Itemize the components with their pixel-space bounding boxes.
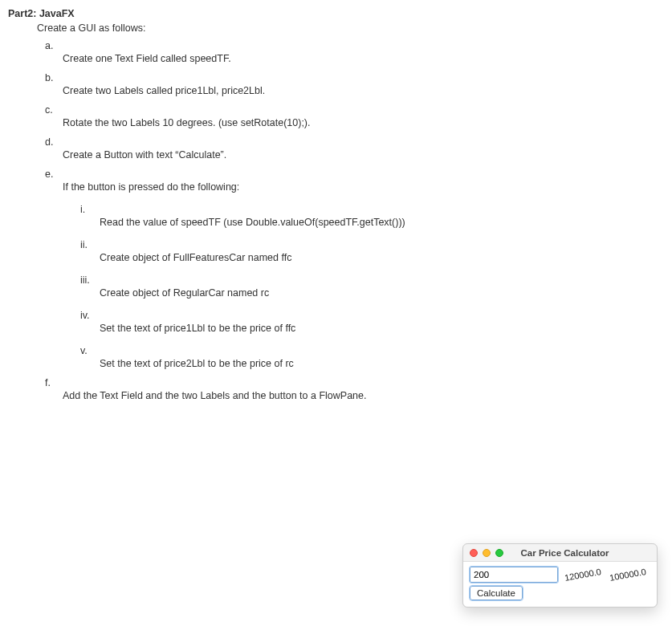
- demo-window: Car Price Calculator 120000.0 100000.0 C…: [462, 543, 658, 608]
- subitem-marker: i.: [80, 204, 664, 215]
- subitem-i: i. Read the value of speedTF (use Double…: [80, 204, 664, 228]
- subitem-body: Create object of FullFeaturesCar named f…: [100, 252, 664, 263]
- item-marker: c.: [45, 104, 664, 116]
- item-marker: f.: [45, 377, 664, 388]
- subitem-marker: ii.: [80, 239, 664, 250]
- item-marker: e.: [45, 169, 664, 180]
- item-d: d. Create a Button with text “Calculate”…: [45, 136, 664, 161]
- subitem-iv: iv. Set the text of price1Lbl to be the …: [80, 310, 664, 334]
- subitem-v: v. Set the text of price2Lbl to be the p…: [80, 345, 664, 369]
- item-body: Rotate the two Labels 10 degrees. (use s…: [63, 117, 664, 128]
- item-marker: d.: [45, 136, 664, 148]
- item-c: c. Rotate the two Labels 10 degrees. (us…: [45, 104, 664, 128]
- speed-input[interactable]: [470, 567, 558, 583]
- subitem-body: Create object of RegularCar named rc: [100, 287, 664, 299]
- window-titlebar: Car Price Calculator: [463, 544, 657, 562]
- item-body: Create one Text Field called speedTF.: [63, 53, 664, 64]
- item-b: b. Create two Labels called price1Lbl, p…: [45, 72, 664, 96]
- subitem-marker: v.: [80, 345, 664, 356]
- item-body: Create two Labels called price1Lbl, pric…: [63, 85, 664, 96]
- item-body: Create a Button with text “Calculate”.: [63, 149, 664, 161]
- subitem-body: Set the text of price1Lbl to be the pric…: [100, 323, 664, 334]
- item-e: e. If the button is pressed do the follo…: [45, 169, 664, 193]
- subitem-body: Set the text of price2Lbl to be the pric…: [100, 358, 664, 369]
- subitem-ii: ii. Create object of FullFeaturesCar nam…: [80, 239, 664, 263]
- subitem-marker: iv.: [80, 310, 664, 321]
- flowpane-row: 120000.0 100000.0: [470, 567, 650, 583]
- item-marker: b.: [45, 72, 664, 83]
- item-body: If the button is pressed do the followin…: [63, 181, 664, 193]
- close-icon[interactable]: [470, 549, 478, 557]
- subitem-iii: iii. Create object of RegularCar named r…: [80, 274, 664, 299]
- price1-label: 120000.0: [564, 567, 601, 583]
- calculate-button[interactable]: Calculate: [470, 586, 523, 600]
- intro-text: Create a GUI as follows:: [37, 22, 664, 34]
- subitem-marker: iii.: [80, 274, 664, 286]
- item-a: a. Create one Text Field called speedTF.: [45, 40, 664, 64]
- window-title: Car Price Calculator: [479, 548, 650, 558]
- subitem-body: Read the value of speedTF (use Double.va…: [100, 217, 664, 228]
- window-body: 120000.0 100000.0 Calculate: [463, 562, 657, 607]
- item-f: f. Add the Text Field and the two Labels…: [45, 377, 664, 401]
- price2-label: 100000.0: [609, 567, 646, 583]
- item-body: Add the Text Field and the two Labels an…: [63, 390, 664, 401]
- item-marker: a.: [45, 40, 664, 51]
- part-heading: Part2: JavaFX: [8, 8, 664, 19]
